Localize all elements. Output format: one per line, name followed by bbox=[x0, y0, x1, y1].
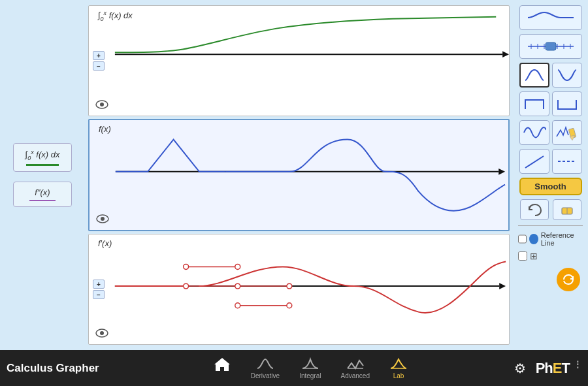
integral-graph-panel: ∫0x f(x) dx + − bbox=[88, 5, 510, 116]
nav-item-advanced[interactable]: Advanced bbox=[331, 354, 378, 382]
undo-icon bbox=[527, 203, 542, 216]
svg-point-19 bbox=[287, 303, 292, 308]
reference-line-checkbox[interactable] bbox=[518, 234, 527, 244]
derivative-minus-btn[interactable]: − bbox=[93, 290, 105, 299]
lab-nav-label: Lab bbox=[393, 372, 404, 379]
integral-minus-btn[interactable]: − bbox=[93, 61, 105, 71]
function-eye-btn[interactable] bbox=[96, 214, 109, 226]
slider-tool-btn[interactable] bbox=[519, 34, 582, 59]
phet-logo: PhET ⋮ bbox=[536, 359, 581, 377]
function-graph-panel: f(x) bbox=[88, 119, 510, 231]
integral-graph-svg bbox=[108, 6, 509, 90]
flat-dashed-icon bbox=[555, 152, 579, 170]
slider-tool-icon bbox=[525, 37, 577, 56]
svg-point-3 bbox=[100, 103, 104, 106]
diagonal-tool-btn[interactable] bbox=[519, 149, 549, 174]
advanced-nav-label: Advanced bbox=[340, 372, 369, 379]
app-title: Calculus Grapher bbox=[7, 362, 111, 375]
action-buttons bbox=[520, 199, 581, 220]
svg-point-15 bbox=[287, 283, 292, 289]
derivative-plus-btn[interactable]: + bbox=[93, 280, 105, 289]
nav-item-derivative[interactable]: Derivative bbox=[242, 354, 289, 382]
valley-tool-icon bbox=[555, 66, 579, 84]
eye-icon bbox=[95, 100, 108, 109]
tool-row-4 bbox=[519, 91, 582, 116]
svg-point-11 bbox=[235, 264, 240, 269]
reference-line-dot-icon bbox=[529, 234, 538, 244]
second-derivative-formula: f″(x) bbox=[20, 187, 65, 197]
eye-icon-3 bbox=[95, 329, 108, 338]
reference-line-label: Reference Line bbox=[541, 231, 583, 247]
derivative-nav-label: Derivative bbox=[251, 372, 280, 379]
integral-formula: ∫0x f(x) dx bbox=[20, 149, 65, 161]
smooth-button[interactable]: Smooth bbox=[519, 178, 582, 195]
hill-tool-btn[interactable] bbox=[519, 63, 549, 88]
integral-card[interactable]: ∫0x f(x) dx bbox=[13, 143, 72, 172]
left-sidebar: ∫0x f(x) dx f″(x) bbox=[0, 0, 85, 350]
integral-pm-buttons: + − bbox=[93, 51, 105, 71]
refresh-button[interactable] bbox=[557, 268, 580, 291]
integral-nav-label: Integral bbox=[299, 372, 321, 379]
function-graph-svg[interactable] bbox=[109, 120, 508, 220]
eraser-icon bbox=[560, 203, 574, 216]
square-up-tool-btn[interactable] bbox=[519, 91, 549, 116]
nav-item-home[interactable] bbox=[204, 354, 240, 382]
erase-button[interactable] bbox=[553, 199, 581, 220]
square-up-icon bbox=[523, 95, 546, 113]
svg-marker-38 bbox=[214, 358, 230, 371]
svg-point-14 bbox=[235, 283, 240, 289]
grid-checkbox[interactable] bbox=[518, 251, 527, 261]
pencil-tool-btn[interactable] bbox=[552, 120, 582, 145]
square-down-icon bbox=[555, 95, 579, 113]
tool-row-5 bbox=[519, 120, 582, 145]
nav-item-lab[interactable]: Lab bbox=[380, 354, 417, 382]
square-down-tool-btn[interactable] bbox=[552, 91, 582, 116]
tool-row-1 bbox=[519, 5, 582, 30]
tool-row-2 bbox=[519, 34, 582, 59]
bottom-bar: Calculus Grapher Derivative Integral bbox=[0, 350, 588, 386]
svg-line-34 bbox=[525, 156, 544, 168]
flat-dashed-tool-btn[interactable] bbox=[552, 149, 582, 174]
derivative-nav-icon bbox=[256, 357, 274, 371]
tool-row-3 bbox=[519, 63, 582, 88]
svg-marker-5 bbox=[498, 169, 505, 175]
svg-point-10 bbox=[184, 264, 189, 269]
undo-button[interactable] bbox=[520, 199, 549, 220]
bottom-right: ⚙ PhET ⋮ bbox=[510, 358, 581, 379]
main-content: ∫0x f(x) dx f″(x) ∫0x f(x) dx + − bbox=[0, 0, 588, 350]
nav-item-integral[interactable]: Integral bbox=[290, 354, 330, 382]
grid-icon: ⊞ bbox=[530, 251, 538, 261]
integral-underline bbox=[26, 164, 59, 166]
advanced-nav-icon bbox=[346, 357, 365, 371]
hill-tool-icon bbox=[523, 66, 546, 84]
second-derivative-card[interactable]: f″(x) bbox=[13, 182, 72, 207]
pencil-icon bbox=[555, 123, 579, 142]
eye-icon-2 bbox=[96, 214, 109, 223]
svg-point-7 bbox=[101, 217, 105, 221]
derivative-graph-svg bbox=[108, 234, 509, 334]
sine-tool-btn[interactable] bbox=[519, 120, 549, 145]
reference-line-row: Reference Line bbox=[518, 231, 583, 247]
home-nav-icon bbox=[213, 357, 231, 371]
derivative-pm-buttons: + − bbox=[93, 280, 105, 299]
svg-point-18 bbox=[235, 303, 240, 308]
derivative-eye-btn[interactable] bbox=[95, 329, 108, 340]
toolbar-separator bbox=[518, 225, 583, 226]
refresh-icon bbox=[562, 273, 575, 286]
wave-tool-icon bbox=[525, 8, 577, 27]
derivative-graph-panel: f′(x) + − bbox=[88, 234, 510, 345]
lab-nav-icon bbox=[389, 357, 408, 371]
svg-point-13 bbox=[184, 283, 189, 289]
integral-plus-btn[interactable]: + bbox=[93, 51, 105, 60]
svg-marker-1 bbox=[502, 51, 509, 57]
settings-button[interactable]: ⚙ bbox=[510, 358, 531, 379]
graphs-container: ∫0x f(x) dx + − f(x) bbox=[85, 0, 513, 350]
second-derivative-underline bbox=[29, 200, 56, 201]
valley-tool-btn[interactable] bbox=[552, 63, 582, 88]
integral-eye-btn[interactable] bbox=[95, 100, 108, 112]
svg-marker-9 bbox=[499, 283, 506, 289]
wave-tool-btn[interactable] bbox=[519, 5, 582, 30]
sine-icon bbox=[523, 123, 546, 142]
integral-nav-icon bbox=[301, 357, 319, 371]
tool-row-6 bbox=[519, 149, 582, 174]
